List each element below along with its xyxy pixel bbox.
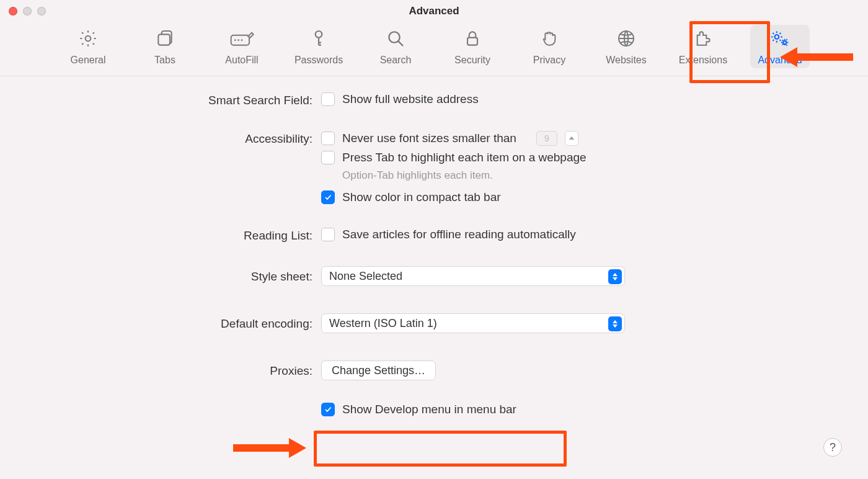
gear-icon — [78, 29, 98, 51]
tab-label: Websites — [606, 55, 647, 66]
save-offline-label: Save articles for offline reading automa… — [342, 228, 576, 241]
change-settings-button[interactable]: Change Settings… — [321, 360, 436, 380]
save-offline-checkbox[interactable] — [321, 228, 335, 241]
globe-icon — [616, 29, 636, 51]
svg-rect-1 — [158, 34, 170, 45]
tab-extensions[interactable]: Extensions — [673, 25, 733, 68]
svg-point-11 — [783, 41, 786, 44]
show-color-label: Show color in compact tab bar — [342, 190, 501, 204]
show-color-checkbox[interactable] — [321, 190, 335, 204]
tab-tabs[interactable]: Tabs — [135, 25, 195, 68]
svg-point-10 — [775, 35, 779, 39]
lock-icon — [463, 29, 482, 51]
style-sheet-value: None Selected — [329, 270, 402, 283]
titlebar: Advanced — [0, 0, 868, 22]
tab-label: Privacy — [533, 55, 565, 66]
annotation-arrow-develop — [232, 436, 306, 463]
tab-label: Passwords — [294, 55, 343, 66]
select-chevrons-icon — [608, 269, 622, 284]
default-encoding-label: Default encoding: — [0, 313, 321, 331]
window-title: Advanced — [0, 5, 868, 17]
svg-point-4 — [237, 39, 239, 41]
autofill-pencil-icon — [229, 29, 254, 51]
svg-rect-2 — [231, 35, 249, 45]
puzzle-icon — [693, 29, 713, 51]
tab-general[interactable]: General — [58, 25, 118, 68]
magnifier-icon — [386, 29, 405, 51]
svg-point-7 — [389, 32, 399, 42]
tab-label: Search — [380, 55, 412, 66]
advanced-pane: Smart Search Field: Show full website ad… — [0, 76, 868, 419]
tab-label: Tabs — [154, 55, 175, 66]
default-encoding-select[interactable]: Western (ISO Latin 1) — [321, 313, 625, 333]
never-font-smaller-label: Never use font sizes smaller than — [342, 132, 516, 145]
select-chevrons-icon — [608, 316, 622, 331]
accessibility-label: Accessibility: — [0, 131, 321, 146]
svg-point-0 — [86, 36, 91, 42]
annotation-highlight-develop — [314, 431, 567, 467]
press-tab-checkbox[interactable] — [321, 151, 335, 164]
show-develop-menu-checkbox[interactable] — [321, 403, 335, 416]
show-full-address-checkbox[interactable] — [321, 92, 335, 106]
preferences-window: Advanced General Tabs AutoFill Pass — [0, 0, 868, 479]
tab-autofill[interactable]: AutoFill — [212, 25, 272, 68]
never-font-smaller-checkbox[interactable] — [321, 132, 335, 145]
press-tab-label: Press Tab to highlight each item on a we… — [342, 151, 587, 164]
smart-search-label: Smart Search Field: — [0, 92, 321, 107]
tab-security[interactable]: Security — [443, 25, 502, 68]
help-icon: ? — [830, 441, 836, 454]
change-settings-label: Change Settings… — [332, 364, 425, 377]
min-font-size-stepper[interactable] — [565, 131, 578, 146]
svg-rect-8 — [467, 38, 477, 45]
svg-point-6 — [316, 31, 322, 38]
reading-list-label: Reading List: — [0, 228, 321, 243]
svg-marker-13 — [233, 438, 306, 458]
svg-point-3 — [234, 39, 236, 41]
tab-label: Advanced — [758, 55, 802, 66]
tab-websites[interactable]: Websites — [596, 25, 656, 68]
svg-point-5 — [241, 39, 243, 41]
help-button[interactable]: ? — [823, 438, 842, 457]
default-encoding-value: Western (ISO Latin 1) — [329, 317, 437, 330]
style-sheet-select[interactable]: None Selected — [321, 266, 625, 286]
tabs-icon — [155, 29, 175, 51]
proxies-label: Proxies: — [0, 360, 321, 378]
tab-label: Security — [454, 55, 490, 66]
key-icon — [309, 29, 329, 51]
tab-label: Extensions — [679, 55, 727, 66]
tab-label: AutoFill — [225, 55, 258, 66]
hand-icon — [539, 29, 559, 51]
tab-label: General — [71, 55, 106, 66]
tab-advanced[interactable]: Advanced — [750, 25, 810, 68]
style-sheet-label: Style sheet: — [0, 266, 321, 284]
show-full-address-label: Show full website address — [342, 92, 479, 106]
show-develop-menu-label: Show Develop menu in menu bar — [342, 403, 516, 416]
option-tab-hint: Option-Tab highlights each item. — [342, 169, 587, 182]
min-font-size-field[interactable]: 9 — [536, 131, 557, 146]
tab-passwords[interactable]: Passwords — [289, 25, 348, 68]
tab-search[interactable]: Search — [366, 25, 425, 68]
tab-privacy[interactable]: Privacy — [520, 25, 579, 68]
gears-icon — [769, 29, 791, 51]
preferences-toolbar: General Tabs AutoFill Passwords Search — [0, 22, 868, 76]
